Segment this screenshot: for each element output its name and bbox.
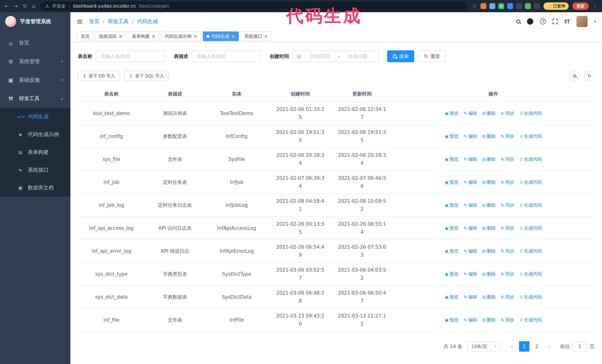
sidebar-item-system-mgmt[interactable]: ⚙ 系统管理 ▾ [0,52,70,71]
lion-extension-icon[interactable] [481,3,486,9]
reset-button[interactable]: ↻ 重置 [419,50,446,62]
import-db-button[interactable]: ↥ 基于 DB 导入 [78,71,120,81]
sync-link[interactable]: ↻同步 [501,133,514,139]
create-time-range-picker[interactable]: ▦ 开始日期 - 结束日期 [293,50,379,62]
edit-link[interactable]: ✎编辑 [464,202,477,208]
generate-code-link[interactable]: ⇩生成代码 [519,294,542,300]
preview-link[interactable]: ◉预览 [445,179,458,185]
sync-link[interactable]: ↻同步 [501,271,514,277]
search-icon[interactable] [516,20,520,23]
sidebar-item-codegen-demo[interactable]: ◈ 代码生成示例 [0,125,70,143]
paused-badge[interactable]: 已暂停 [543,2,569,10]
generate-code-link[interactable]: ⇩生成代码 [519,179,542,185]
toggle-search-button[interactable] [570,71,580,81]
sync-link[interactable]: ↻同步 [501,202,514,208]
refresh-button[interactable]: ↻ [584,71,595,81]
sidebar-item-infrastructure[interactable]: ▣ 基础设施 ▾ [0,71,70,89]
sidebar-item-form-builder[interactable]: ▤ 表单构建 [0,143,70,161]
tab-代码生成示例[interactable]: 代码生成示例× [161,31,201,41]
tab-系统接口[interactable]: 系统接口× [241,31,272,41]
goto-page-input[interactable] [572,341,587,352]
sync-link[interactable]: ↻同步 [501,248,514,254]
breadcrumb-dev-tools[interactable]: 研发工具 [108,18,129,25]
browser-menu-icon[interactable]: ⋮ [592,3,598,9]
delete-link[interactable]: ⊟删除 [482,248,495,254]
preview-link[interactable]: ◉预览 [445,202,458,208]
vue-devtools-icon[interactable]: V [498,3,504,9]
preview-link[interactable]: ◉预览 [445,248,458,254]
edit-link[interactable]: ✎编辑 [464,271,477,277]
preview-link[interactable]: ◉预览 [445,317,458,323]
page-button-1[interactable]: 1 [519,341,529,352]
search-button[interactable]: 搜索 [387,50,414,62]
sidebar-item-db-docs[interactable]: ▦ 数据库文档 [0,179,70,197]
import-sql-button[interactable]: ↥ 基于 SQL 导入 [124,71,169,81]
screen-extension-icon[interactable] [516,3,522,9]
delete-link[interactable]: ⊟删除 [482,225,495,231]
sidebar-item-home[interactable]: ⌂ 首页 [0,34,70,52]
tab-链路追踪[interactable]: 链路追踪× [95,31,126,41]
sync-link[interactable]: ↻同步 [501,179,514,185]
fullscreen-icon[interactable] [553,19,558,24]
logo[interactable]: 芋道管理系统 [0,12,70,31]
forward-icon[interactable]: → [13,3,18,9]
preview-link[interactable]: ◉预览 [445,156,458,162]
breadcrumb-home[interactable]: 首页 [89,18,99,25]
prev-page-button[interactable]: ‹ [506,341,517,352]
delete-link[interactable]: ⊟删除 [482,133,495,139]
generate-code-link[interactable]: ⇩生成代码 [519,271,542,277]
edit-link[interactable]: ✎编辑 [464,179,477,185]
generate-code-link[interactable]: ⇩生成代码 [519,156,542,162]
sidebar-item-dev-tools[interactable]: ⚒ 研发工具 ▴ [0,89,70,108]
tab-close-icon[interactable]: × [118,34,123,39]
table-desc-input[interactable] [192,50,261,62]
delete-link[interactable]: ⊟删除 [482,156,495,162]
delete-link[interactable]: ⊟删除 [482,294,495,300]
delete-link[interactable]: ⊟删除 [482,317,495,323]
font-size-icon[interactable]: tT [564,19,570,25]
github-icon[interactable] [527,18,533,25]
preview-link[interactable]: ◉预览 [445,133,458,139]
sync-link[interactable]: ↻同步 [501,156,514,162]
edit-link[interactable]: ✎编辑 [464,133,477,139]
back-icon[interactable]: ← [4,3,9,9]
delete-link[interactable]: ⊟删除 [482,271,495,277]
edit-link[interactable]: ✎编辑 [464,317,477,323]
page-button-2[interactable]: 2 [532,341,542,352]
sync-link[interactable]: ↻同步 [501,317,514,323]
sidebar-item-system-api[interactable]: ⇆ 系统接口 [0,161,70,179]
generate-code-link[interactable]: ⇩生成代码 [519,225,542,231]
preview-link[interactable]: ◉预览 [445,271,458,277]
preview-link[interactable]: ◉预览 [445,294,458,300]
sidebar-item-codegen[interactable]: </> 代码生成 [0,108,70,125]
delete-link[interactable]: ⊟删除 [482,202,495,208]
page-size-select[interactable]: 10条/页 ▾ [468,341,500,352]
reload-icon[interactable]: ↻ [23,3,27,9]
delete-link[interactable]: ⊟删除 [482,110,495,116]
edit-link[interactable]: ✎编辑 [464,248,477,254]
browser-home-icon[interactable]: ⌂ [32,3,35,9]
preview-link[interactable]: ◉预览 [445,225,458,231]
bookmark-star-icon[interactable]: ☆ [472,3,477,9]
generate-code-link[interactable]: ⇩生成代码 [519,317,542,323]
next-page-button[interactable]: › [544,341,555,352]
generate-code-link[interactable]: ⇩生成代码 [519,248,542,254]
preview-link[interactable]: ◉预览 [445,110,458,116]
address-bar[interactable]: ⚠ 不安全 | dashboard.yudao.iocoder.cn/tool/… [40,2,467,10]
hamburger-icon[interactable]: ≡ [76,17,83,26]
generate-code-link[interactable]: ⇩生成代码 [519,202,542,208]
generate-code-link[interactable]: ⇩生成代码 [519,110,542,116]
tab-close-icon[interactable]: × [151,34,156,39]
tab-close-icon[interactable]: × [231,34,235,39]
user-avatar[interactable] [576,16,588,27]
puzzle-extension-icon[interactable] [534,3,540,9]
people-extension-icon[interactable] [507,3,513,9]
edit-link[interactable]: ✎编辑 [464,110,477,116]
tab-表单构建[interactable]: 表单构建× [128,31,159,41]
tab-close-icon[interactable]: × [264,34,268,39]
update-button[interactable]: 更新 [572,2,589,10]
leaf-extension-icon[interactable] [525,3,531,9]
edit-link[interactable]: ✎编辑 [464,294,477,300]
sync-link[interactable]: ↻同步 [501,225,514,231]
sync-link[interactable]: ↻同步 [501,110,514,116]
